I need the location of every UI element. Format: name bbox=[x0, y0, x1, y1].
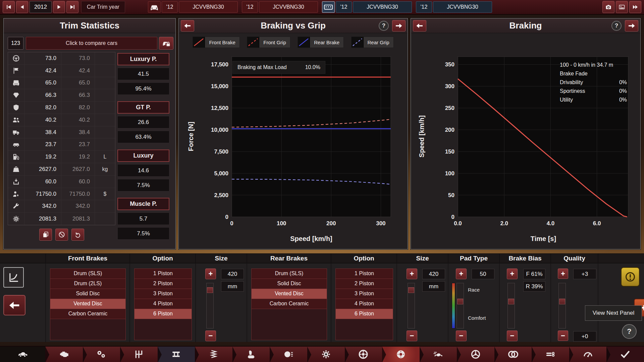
next-year-button[interactable] bbox=[53, 1, 65, 13]
toolbar-item-tyres[interactable] bbox=[494, 347, 532, 362]
pad-increase-button[interactable]: + bbox=[456, 268, 467, 279]
quality-slider[interactable] bbox=[558, 283, 566, 328]
slider-handle[interactable] bbox=[508, 299, 514, 304]
competitor-name[interactable]: GT P. bbox=[117, 101, 169, 114]
toolbar-item-confirm[interactable] bbox=[606, 347, 644, 362]
top-right-button[interactable] bbox=[616, 1, 628, 13]
toolbar-item-wheels[interactable] bbox=[345, 347, 382, 362]
previous-graph-button[interactable] bbox=[181, 20, 194, 32]
toolbar-item-aero[interactable] bbox=[420, 347, 457, 362]
slider-handle[interactable] bbox=[207, 287, 213, 293]
previous-panel-button[interactable] bbox=[3, 295, 25, 315]
brake-type-option[interactable]: Carbon Ceramic bbox=[50, 309, 125, 319]
toolbar-item-exhaust[interactable] bbox=[532, 347, 569, 362]
piston-option[interactable]: 3 Piston bbox=[336, 289, 393, 299]
pad-decrease-button[interactable]: − bbox=[456, 330, 467, 341]
car-tab[interactable]: '12 JCVVBNG30 bbox=[322, 1, 412, 13]
compare-count-button[interactable]: 123 bbox=[8, 37, 23, 50]
legend-item[interactable]: Front Grip bbox=[247, 37, 290, 48]
toolbar-item-rims[interactable] bbox=[457, 347, 494, 362]
competitor-name[interactable]: Muscle P. bbox=[117, 198, 169, 210]
competitor-name[interactable]: Luxury bbox=[117, 149, 169, 162]
first-year-button[interactable] bbox=[3, 1, 15, 13]
brake-type-option[interactable]: Drum (2LS) bbox=[50, 279, 125, 289]
toolbar-item-car-body[interactable] bbox=[0, 347, 45, 362]
toolbar-item-gearbox[interactable] bbox=[120, 347, 158, 362]
tab-name[interactable]: JCVVBNG30 bbox=[259, 1, 318, 13]
bias-slider[interactable] bbox=[507, 283, 515, 328]
piston-option[interactable]: 1 Piston bbox=[336, 269, 393, 279]
bias-decrease-button[interactable]: − bbox=[507, 330, 518, 341]
legend-item[interactable]: Rear Grip bbox=[351, 37, 394, 48]
slider-handle[interactable] bbox=[457, 299, 463, 304]
compare-lock-button[interactable] bbox=[159, 37, 173, 50]
previous-year-button[interactable] bbox=[16, 1, 28, 13]
front-size-decrease-button[interactable]: − bbox=[205, 330, 216, 341]
next-graph-button[interactable] bbox=[392, 20, 406, 32]
help-button[interactable]: ? bbox=[379, 21, 389, 31]
legend-item[interactable]: Rear Brake bbox=[298, 37, 344, 48]
brake-type-option[interactable]: Solid Disc bbox=[252, 279, 327, 289]
rear-size-increase-button[interactable]: + bbox=[407, 268, 417, 279]
legend-item[interactable]: Front Brake bbox=[193, 37, 239, 48]
slider-handle[interactable] bbox=[559, 299, 565, 304]
toolbar-item-chassis[interactable] bbox=[158, 347, 195, 362]
toolbar-item-interior[interactable] bbox=[232, 347, 270, 362]
toolbar-item-lights[interactable] bbox=[270, 347, 307, 362]
toolbar-item-suspension[interactable] bbox=[195, 347, 232, 362]
graph-toggle-button[interactable] bbox=[3, 267, 24, 288]
toolbar-item-brakes[interactable] bbox=[382, 347, 420, 362]
warning-button[interactable] bbox=[621, 267, 640, 287]
competitor-name[interactable]: Luxury P. bbox=[117, 53, 169, 65]
stat-value: 73.0 bbox=[24, 52, 61, 64]
toolbar-item-testing[interactable] bbox=[569, 347, 607, 362]
next-graph-button[interactable] bbox=[625, 20, 638, 32]
brake-type-option[interactable]: Carbon Ceramic bbox=[252, 299, 327, 309]
stats-tool-button[interactable] bbox=[71, 229, 84, 241]
tab-name[interactable]: JCVVBNG30 bbox=[353, 1, 412, 13]
help-button[interactable]: ? bbox=[622, 324, 637, 339]
compare-cars-button[interactable]: Click to compare cars bbox=[26, 37, 157, 50]
tab-year[interactable]: '12 bbox=[242, 1, 258, 13]
brake-type-option[interactable]: Vented Disc bbox=[252, 289, 327, 299]
top-right-button[interactable] bbox=[602, 1, 614, 13]
last-year-button[interactable] bbox=[66, 1, 78, 13]
top-right-button[interactable] bbox=[629, 1, 641, 13]
piston-option[interactable]: 2 Piston bbox=[336, 279, 393, 289]
piston-option[interactable]: 4 Piston bbox=[336, 299, 393, 309]
brake-type-option[interactable]: Solid Disc bbox=[50, 289, 125, 299]
toolbar-item-engine[interactable] bbox=[45, 347, 83, 362]
quality-decrease-button[interactable]: − bbox=[558, 330, 568, 341]
previous-graph-button[interactable] bbox=[413, 20, 426, 32]
piston-option[interactable]: 6 Piston bbox=[336, 309, 393, 319]
toolbar-item-safety[interactable] bbox=[307, 347, 345, 362]
brake-type-option[interactable]: Drum (SLS) bbox=[50, 269, 125, 279]
piston-option[interactable]: 6 Piston bbox=[135, 309, 192, 319]
front-size-slider[interactable] bbox=[206, 283, 214, 328]
car-tab[interactable]: '12 JCVVBNG30 bbox=[416, 1, 492, 13]
rear-size-decrease-button[interactable]: − bbox=[407, 330, 417, 341]
tab-name[interactable]: JCVVBNG30 bbox=[179, 1, 238, 13]
piston-option[interactable]: 4 Piston bbox=[135, 299, 192, 309]
stats-tool-button[interactable] bbox=[55, 229, 68, 241]
tab-name[interactable]: JCVVBNG30 bbox=[433, 1, 492, 13]
piston-option[interactable]: 3 Piston bbox=[135, 289, 192, 299]
tab-year[interactable]: '12 bbox=[162, 1, 178, 13]
bias-increase-button[interactable]: + bbox=[507, 268, 518, 279]
help-button[interactable]: ? bbox=[611, 21, 622, 31]
quality-increase-button[interactable]: + bbox=[558, 268, 568, 279]
front-size-increase-button[interactable]: + bbox=[205, 268, 216, 279]
stats-tool-button[interactable] bbox=[39, 229, 52, 241]
piston-option[interactable]: 2 Piston bbox=[135, 279, 192, 289]
toolbar-item-drivetrain[interactable] bbox=[83, 347, 120, 362]
slider-handle[interactable] bbox=[408, 287, 414, 293]
tab-year[interactable]: '12 bbox=[336, 1, 352, 13]
car-tab[interactable]: '12 JCVVBNG30 bbox=[242, 1, 318, 13]
tab-year[interactable]: '12 bbox=[416, 1, 432, 13]
brake-type-option[interactable]: Drum (SLS) bbox=[252, 269, 327, 279]
rear-size-slider[interactable] bbox=[408, 283, 415, 328]
piston-option[interactable]: 1 Piston bbox=[135, 269, 192, 279]
pad-slider[interactable] bbox=[457, 283, 464, 328]
brake-type-option[interactable]: Vented Disc bbox=[50, 299, 125, 309]
car-tab[interactable]: '12 JCVVBNG30 bbox=[148, 1, 238, 13]
